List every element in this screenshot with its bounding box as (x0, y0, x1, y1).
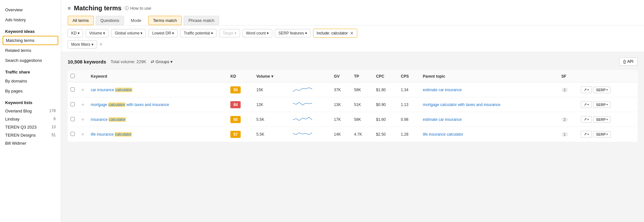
filter-target[interactable]: Target ▾ (219, 29, 240, 37)
sidebar-item-ads-history[interactable]: Ads history (0, 15, 61, 24)
serp-chevron-1: ▾ (606, 103, 608, 106)
parent-topic-link-2[interactable]: estimate car insurance (423, 117, 462, 122)
parent-topic-link-3[interactable]: life insurance calculator (423, 132, 463, 137)
cpc-cell-3: $2.50 (373, 127, 398, 142)
sidebar-list-count: 178 (49, 109, 56, 113)
row-checkbox-0[interactable] (71, 87, 75, 92)
filter-volume[interactable]: Volume ▾ (86, 29, 109, 37)
tab-mode[interactable]: Mode (126, 16, 146, 25)
trend-button-0[interactable]: ↗ ▾ (581, 86, 592, 93)
hamburger-icon[interactable]: ≡ (68, 5, 71, 11)
sidebar-item-related-terms[interactable]: Related terms (0, 46, 61, 55)
sidebar-item-overview[interactable]: Overview (0, 5, 61, 14)
actions-cell-2: ↗ ▾ SERP ▾ (578, 112, 637, 127)
tab-phrase-match[interactable]: Phrase match (184, 16, 219, 25)
parent-topic-link-0[interactable]: estimate car insurance (423, 88, 462, 92)
col-header-chart (290, 71, 331, 82)
sidebar-item-matching-terms[interactable]: Matching terms (3, 36, 58, 45)
filter-serp-features[interactable]: SERP features ▾ (275, 29, 311, 37)
sidebar-item-by-domains[interactable]: By domains (0, 76, 61, 86)
cpc-cell-0: $1.80 (373, 82, 398, 97)
filter-traffic-potential[interactable]: Traffic potential ▾ (180, 29, 216, 37)
table-row: +mortgage calculator with taxes and insu… (68, 97, 638, 112)
sidebar-list-item[interactable]: Overland Blog178 (0, 107, 61, 115)
sidebar-list-item[interactable]: TEREN Designs51 (0, 131, 61, 139)
actions-cell-1: ↗ ▾ SERP ▾ (578, 97, 637, 112)
col-header-kd[interactable]: KD (228, 71, 254, 82)
clear-all-filters-icon[interactable]: × (100, 42, 102, 47)
trend-chevron-1: ▾ (587, 103, 589, 106)
sidebar-list-name: Bill Widmer (5, 141, 26, 146)
how-to-use-label: How to use (130, 6, 151, 11)
row-checkbox-2[interactable] (71, 117, 75, 121)
serp-button-1[interactable]: SERP ▾ (593, 101, 611, 108)
api-icon: {} (623, 59, 626, 64)
keyword-cell-0: car insurance calculator (88, 82, 228, 97)
tab-terms-match[interactable]: Terms match (148, 16, 182, 25)
filter-word-count[interactable]: Word count ▾ (243, 29, 272, 37)
col-header-gv: GV (332, 71, 352, 82)
add-keyword-button-0[interactable]: + (80, 87, 86, 92)
cps-cell-3: 1.28 (398, 127, 420, 142)
add-keyword-button-3[interactable]: + (80, 131, 86, 137)
kd-badge-3: 57 (230, 131, 241, 138)
keyword-link-3[interactable]: life insurance calculator (91, 132, 132, 137)
row-checkbox-1[interactable] (71, 102, 75, 106)
groups-button[interactable]: ⇄ Groups ▾ (151, 59, 173, 64)
filters-area: KD ▾Volume ▾Global volume ▾Lowest DR ▾Tr… (61, 25, 644, 52)
sf-badge-3: 1 (562, 132, 568, 137)
select-all-checkbox[interactable] (71, 74, 75, 78)
trend-icon-2: ↗ (584, 117, 587, 121)
col-header-plus (78, 71, 88, 82)
trend-chevron-3: ▾ (587, 132, 589, 136)
sidebar-item-by-pages[interactable]: By pages (0, 86, 61, 96)
sidebar-list-count: 13 (52, 125, 56, 130)
more-filters-button[interactable]: More filters ▾ (68, 40, 97, 49)
filter-global-volume[interactable]: Global volume ▾ (111, 29, 146, 37)
api-button[interactable]: {} API (619, 57, 638, 66)
keyword-link-2[interactable]: insurance calculator (91, 117, 126, 122)
groups-icon: ⇄ (151, 59, 154, 64)
volume-cell-2: 5.5K (254, 112, 291, 127)
sf-badge-2: 2 (562, 117, 568, 122)
trend-chevron-0: ▾ (587, 88, 589, 92)
parent-topic-cell-2: estimate car insurance (420, 112, 559, 127)
keyword-highlight-2: calculator (109, 117, 126, 122)
col-header-parent-topic: Parent topic (420, 71, 559, 82)
trend-button-3[interactable]: ↗ ▾ (581, 131, 592, 138)
table-row: +car insurance calculator5015K 37K58K$1.… (68, 82, 638, 97)
sidebar-section-keyword-lists: Keyword lists (0, 96, 61, 106)
keywords-count: 10,508 keywords (68, 59, 106, 64)
filter-lowest-dr[interactable]: Lowest DR ▾ (149, 29, 178, 37)
include-filter-close[interactable]: ✕ (350, 31, 354, 36)
parent-topic-link-1[interactable]: mortgage calculator with taxes and insur… (423, 102, 500, 107)
col-header-actions (578, 71, 637, 82)
add-keyword-button-1[interactable]: + (80, 102, 86, 107)
trend-button-2[interactable]: ↗ ▾ (581, 116, 592, 123)
keyword-link-1[interactable]: mortgage calculator with taxes and insur… (91, 102, 169, 107)
sidebar-section-traffic-share: Traffic share (0, 66, 61, 76)
trend-icon-3: ↗ (584, 132, 587, 136)
sidebar-list-item[interactable]: Lindsay6 (0, 115, 61, 123)
tab-all-terms[interactable]: All terms (68, 16, 94, 25)
keyword-link-0[interactable]: car insurance calculator (91, 88, 132, 92)
serp-button-0[interactable]: SERP ▾ (593, 87, 611, 93)
tab-questions[interactable]: Questions (96, 16, 124, 25)
col-header-checkbox (68, 71, 78, 82)
page-title: Matching terms (74, 5, 121, 12)
serp-button-3[interactable]: SERP ▾ (593, 131, 611, 138)
how-to-use-link[interactable]: ⓘ How to use (125, 5, 151, 11)
sidebar-list-item[interactable]: Bill Widmer (0, 139, 61, 147)
tp-cell-0: 58K (351, 82, 373, 97)
col-header-volume[interactable]: Volume ▾ (254, 71, 291, 82)
keyword-highlight-0: calculator (115, 88, 132, 92)
add-keyword-button-2[interactable]: + (80, 117, 86, 122)
trend-button-1[interactable]: ↗ ▾ (581, 101, 592, 108)
filter-kd[interactable]: KD ▾ (68, 29, 83, 37)
sidebar-item-search-suggestions[interactable]: Search suggestions (0, 56, 61, 65)
sidebar-list-item[interactable]: TEREN Q3 202313 (0, 123, 61, 131)
keyword-highlight-1: calculator (108, 102, 125, 107)
serp-button-2[interactable]: SERP ▾ (593, 116, 611, 123)
row-checkbox-3[interactable] (71, 132, 75, 136)
col-header-keyword[interactable]: Keyword (88, 71, 228, 82)
